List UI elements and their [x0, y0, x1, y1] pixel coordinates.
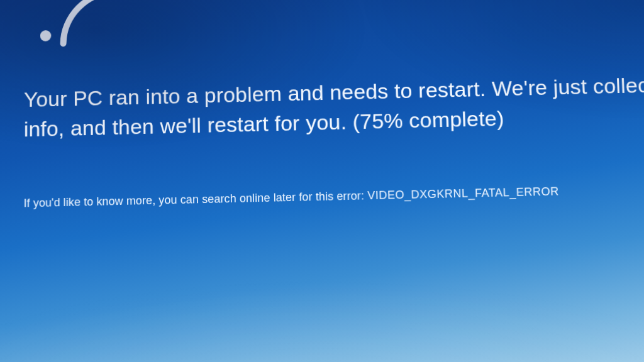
bsod-screen: Your PC ran into a problem and needs to …	[1, 0, 644, 362]
sad-face-icon	[40, 0, 117, 63]
bsod-message-line2-prefix: info, and then we'll restart for you. (	[24, 110, 360, 141]
bsod-progress-percent: 75	[360, 109, 384, 133]
bsod-detail-prefix: If you'd like to know more, you can sear…	[24, 189, 368, 209]
bsod-message-line2-suffix: % complete)	[384, 106, 504, 133]
bsod-error-code: VIDEO_DXGKRNL_FATAL_ERROR	[367, 185, 559, 202]
bsod-message: Your PC ran into a problem and needs to …	[24, 0, 644, 145]
bsod-content: Your PC ran into a problem and needs to …	[24, 0, 644, 210]
